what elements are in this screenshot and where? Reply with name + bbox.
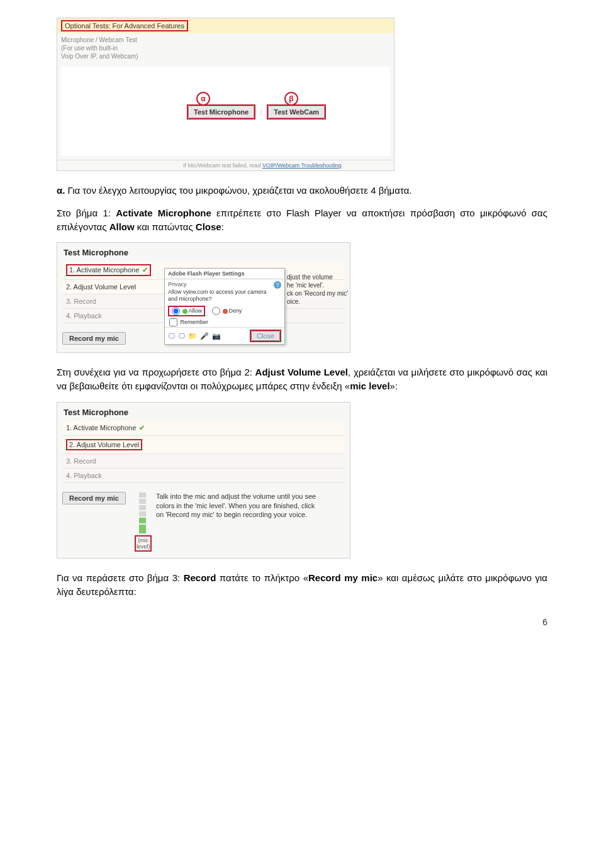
desc-line: Microphone / Webcam Test [61,36,390,44]
check-icon: ✔ [139,424,145,431]
para-prefix: α. [57,185,65,196]
para-text: Στο βήμα 1: [57,208,116,218]
red-dot-icon [223,309,228,314]
test-microphone-button-box: Test Microphone [187,104,255,120]
tab-optional-tests[interactable]: Optional Tests: For Advanced Features [61,20,188,31]
remember-checkbox-input[interactable] [169,318,177,326]
remember-label: Remember [181,319,209,325]
para-text: : [221,221,224,232]
dialog-body: ? Privacy Allow vyew.com to access your … [165,279,284,304]
deny-label: Deny [229,308,242,314]
term-record: Record [184,572,216,583]
para-step3: Για να περάσετε στο βήμα 3: Record πατάτ… [57,571,547,599]
allow-radio-input[interactable] [172,307,180,315]
step-label: 1. Activate Microphone [69,266,139,274]
mic-tab-icon[interactable]: 🎤 [200,332,209,340]
step-4: 4. Playback [62,469,345,483]
close-button[interactable]: Close [251,331,280,341]
level-segment-active [139,525,146,533]
term-activate-microphone: Activate Microphone [116,208,211,218]
remember-checkbox[interactable]: Remember [168,319,208,325]
desc-line: Voip Over IP, and Webcam) [61,52,390,60]
test-microphone-button[interactable]: Test Microphone [188,106,254,118]
display-tab-icon[interactable]: 🖵 [168,332,175,340]
record-my-mic-button[interactable]: Record my mic [62,492,126,504]
para-text: »: [390,381,398,391]
marker-alpha: α [196,92,210,106]
test-area: α β Test Microphone | Test WebCam [61,67,390,156]
allow-option-wrap: Allow [168,306,205,316]
privacy-tab-icon[interactable]: 🖵 [178,332,185,340]
para-step1: Στο βήμα 1: Activate Microphone επιτρέπε… [57,206,547,234]
test-webcam-button[interactable]: Test WebCam [268,106,325,118]
deny-radio-input[interactable] [212,307,220,315]
term-record-my-mic: Record my mic [308,572,378,583]
term-adjust-volume: Adjust Volume Level [255,367,348,377]
storage-tab-icon[interactable]: 📁 [188,332,197,340]
deny-radio[interactable]: Deny [211,307,242,315]
allow-radio[interactable]: Allow [171,308,202,314]
radio-row: Allow Deny [165,304,284,318]
marker-beta: β [284,92,298,106]
para-text: και πατώντας [135,221,196,232]
privacy-label: Privacy [168,281,281,288]
panel-title: Test Microphone [57,243,350,261]
para-step2: Στη συνέχεια για να προχωρήσετε στο βήμα… [57,365,547,393]
flash-settings-dialog: Adobe Flash Player Settings ? Privacy Al… [164,268,285,345]
allow-label: Allow [189,308,203,314]
close-button-wrap: Close [250,330,281,342]
para-alpha: α. Για τον έλεγχο λειτουργίας του μικροφ… [57,184,547,198]
camera-tab-icon[interactable]: 📷 [212,332,221,340]
test-webcam-button-box: Test WebCam [267,104,326,120]
dialog-header: Adobe Flash Player Settings [165,269,284,279]
dialog-tabs: 🖵 🖵 📁 🎤 📷 Close [165,327,284,344]
step-label: 1. Activate Microphone [66,424,136,431]
term-allow: Allow [109,221,135,232]
level-segment [139,499,146,504]
mic-level-meter: (mic level) [135,491,151,552]
check-icon: ✔ [142,266,148,274]
para-text: πατάτε το πλήκτρο « [216,572,308,583]
screenshot-adjust-volume: Test Microphone 1. Activate Microphone ✔… [57,402,350,559]
green-dot-icon [182,309,187,314]
level-segment [139,505,146,510]
screenshot-optional-tests: Optional Tests: For Advanced Features Mi… [57,18,394,171]
feature-description: Microphone / Webcam Test (For use with b… [57,33,394,63]
screenshot-activate-mic: Test Microphone 1. Activate Microphone ✔… [57,242,350,353]
troubleshoot-footnote: If Mic/Webcam test failed, read VOIP/Web… [57,160,394,170]
desc-line: (For use with built-in [61,44,390,52]
panel-title: Test Microphone [57,403,350,421]
term-close: Close [196,221,221,232]
para-text: Στη συνέχεια για να προχωρήσετε στο βήμα… [57,367,255,377]
step-3: 3. Record [62,454,345,469]
step-1[interactable]: 1. Activate Microphone ✔ [62,421,345,436]
step-label: 2. Adjust Volume Level [69,441,139,448]
para-text: Για τον έλεγχο λειτουργίας του μικροφώνο… [65,185,411,196]
troubleshoot-link[interactable]: VOIP/Webcam Troubleshooting [262,162,342,169]
step-2[interactable]: 2. Adjust Volume Level [62,436,345,454]
dialog-question: Allow vyew.com to access your camera and… [168,289,281,303]
divider: | [257,108,265,116]
step-list: 1. Activate Microphone ✔ 2. Adjust Volum… [57,421,350,488]
page-number: 6 [57,617,547,627]
partial-instruction-text: djust the volume he 'mic level'. ck on '… [287,273,350,306]
record-my-mic-button[interactable]: Record my mic [62,332,126,345]
para-text: Για να περάσετε στο βήμα 3: [57,572,184,583]
level-segment-active [139,518,146,523]
level-segment [139,511,146,516]
footnote-text: If Mic/Webcam test failed, read [183,162,262,169]
mic-level-label: (mic level) [135,535,152,552]
term-mic-level: mic level [350,381,389,391]
remember-row: Remember [165,318,284,327]
tab-header: Optional Tests: For Advanced Features [57,18,394,33]
level-segment [139,492,146,498]
instruction-text: Talk into the mic and adjust the volume … [156,488,323,520]
